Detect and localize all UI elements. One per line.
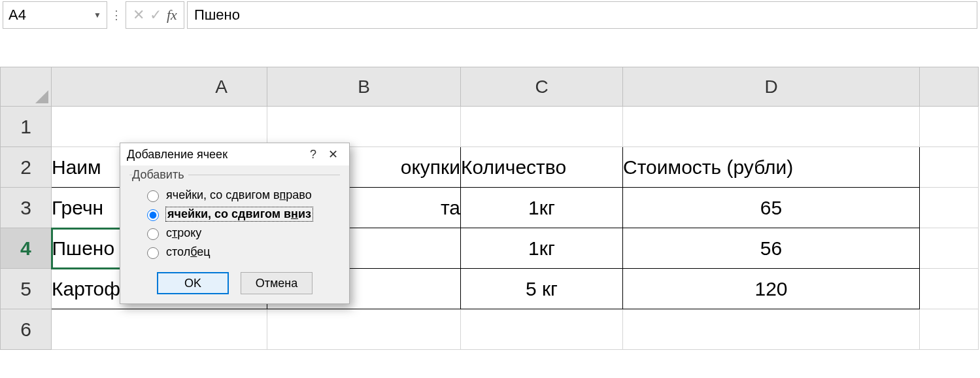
- svg-marker-0: [35, 90, 48, 103]
- cell-C4[interactable]: 1кг: [461, 228, 623, 269]
- col-header-A[interactable]: A: [52, 67, 267, 107]
- label-shift-down: ячейки, со сдвигом вниз: [166, 207, 313, 221]
- cell-E1[interactable]: [920, 107, 979, 147]
- col-header-E[interactable]: [920, 67, 979, 107]
- cell-C3[interactable]: 1кг: [461, 188, 623, 228]
- insert-group-label: Добавить: [132, 168, 188, 182]
- cell-C6[interactable]: [461, 309, 623, 350]
- row-header-5[interactable]: 5: [1, 269, 52, 309]
- cell-D3[interactable]: 65: [623, 188, 920, 228]
- cell-D5[interactable]: 120: [623, 269, 920, 309]
- formula-input-wrap[interactable]: Пшено: [187, 1, 977, 29]
- row-header-6[interactable]: 6: [1, 309, 52, 350]
- formula-bar-buttons: ✕ ✓ fx: [126, 1, 184, 29]
- option-entire-row[interactable]: строку: [132, 224, 340, 243]
- radio-shift-right[interactable]: [147, 190, 159, 202]
- cell-D2[interactable]: Стоимость (рубли): [623, 147, 920, 188]
- col-header-C[interactable]: C: [461, 67, 623, 107]
- row-header-3[interactable]: 3: [1, 188, 52, 228]
- insert-function-icon[interactable]: fx: [167, 7, 177, 24]
- cell-D4[interactable]: 56: [623, 228, 920, 269]
- cancel-button[interactable]: Отмена: [241, 272, 313, 294]
- name-box-dropdown-icon[interactable]: ▼: [93, 10, 101, 20]
- cell-E4[interactable]: [920, 228, 979, 269]
- select-all-corner[interactable]: [1, 67, 52, 107]
- row-header-4[interactable]: 4: [1, 228, 52, 269]
- cell-C2[interactable]: Количество: [461, 147, 623, 188]
- formula-bar-separator-icon: ⋮: [110, 0, 123, 30]
- col-header-B[interactable]: B: [267, 67, 461, 107]
- cell-D6[interactable]: [623, 309, 920, 350]
- cell-B1[interactable]: [267, 107, 461, 147]
- dialog-help-icon[interactable]: ?: [303, 148, 323, 162]
- row-header-2[interactable]: 2: [1, 147, 52, 188]
- enter-icon[interactable]: ✓: [150, 7, 161, 24]
- dialog-title: Добавление ячеек: [127, 148, 303, 162]
- insert-options-group: Добавить ячейки, со сдвигом вправо ячейк…: [129, 168, 340, 266]
- label-shift-right: ячейки, со сдвигом вправо: [166, 188, 312, 202]
- radio-entire-column[interactable]: [147, 247, 159, 259]
- cancel-icon[interactable]: ✕: [133, 7, 144, 24]
- label-entire-column: столбец: [166, 245, 211, 259]
- option-shift-down[interactable]: ячейки, со сдвигом вниз: [132, 205, 340, 224]
- insert-cells-dialog: Добавление ячеек ? ✕ Добавить ячейки, со…: [120, 143, 350, 304]
- name-box[interactable]: A4 ▼: [3, 1, 107, 29]
- cell-C1[interactable]: [461, 107, 623, 147]
- cell-C5[interactable]: 5 кг: [461, 269, 623, 309]
- cell-E5[interactable]: [920, 269, 979, 309]
- option-entire-column[interactable]: столбец: [132, 243, 340, 262]
- dialog-close-icon[interactable]: ✕: [323, 147, 343, 162]
- dialog-titlebar[interactable]: Добавление ячеек ? ✕: [120, 143, 349, 165]
- label-entire-row: строку: [166, 226, 201, 240]
- spreadsheet-area: A B C D 1 2 Наим окупки Количество Стоим…: [0, 67, 980, 350]
- cell-E3[interactable]: [920, 188, 979, 228]
- cell-A6[interactable]: [52, 309, 267, 350]
- option-shift-right[interactable]: ячейки, со сдвигом вправо: [132, 186, 340, 205]
- row-header-1[interactable]: 1: [1, 107, 52, 147]
- cell-D1[interactable]: [623, 107, 920, 147]
- radio-shift-down[interactable]: [147, 209, 159, 221]
- formula-bar: A4 ▼ ⋮ ✕ ✓ fx Пшено: [0, 0, 980, 30]
- radio-entire-row[interactable]: [147, 228, 159, 240]
- ok-button[interactable]: OK: [157, 272, 229, 294]
- formula-input[interactable]: Пшено: [194, 7, 240, 24]
- cell-E6[interactable]: [920, 309, 979, 350]
- col-header-D[interactable]: D: [623, 67, 920, 107]
- cell-A1[interactable]: [52, 107, 267, 147]
- cell-E2[interactable]: [920, 147, 979, 188]
- cell-B6[interactable]: [267, 309, 461, 350]
- name-box-value: A4: [8, 7, 26, 24]
